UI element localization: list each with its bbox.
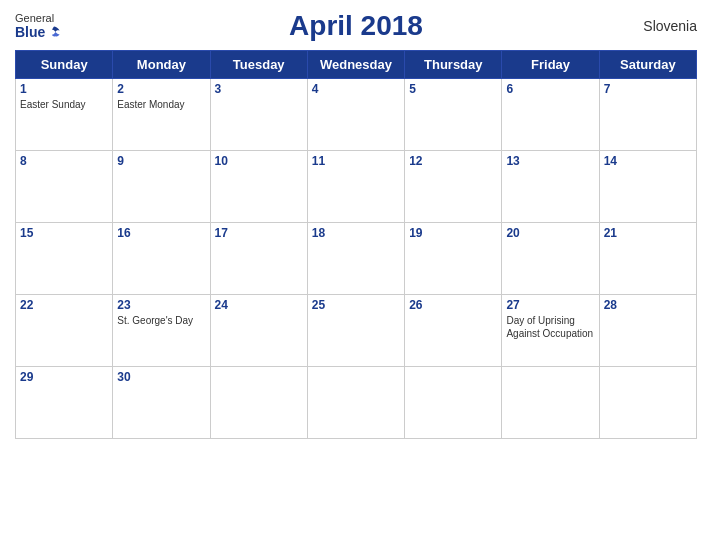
logo-bird-icon (47, 25, 61, 39)
day-number: 18 (312, 226, 400, 240)
day-number: 25 (312, 298, 400, 312)
col-thursday: Thursday (405, 51, 502, 79)
logo-general: General (15, 12, 54, 24)
holiday-label: Easter Monday (117, 98, 205, 111)
calendar-cell: 15 (16, 223, 113, 295)
col-tuesday: Tuesday (210, 51, 307, 79)
day-number: 2 (117, 82, 205, 96)
week-row-3: 15161718192021 (16, 223, 697, 295)
logo-blue: Blue (15, 24, 45, 40)
calendar-cell: 28 (599, 295, 696, 367)
calendar-cell: 13 (502, 151, 599, 223)
day-number: 16 (117, 226, 205, 240)
day-number: 10 (215, 154, 303, 168)
calendar-cell: 29 (16, 367, 113, 439)
calendar-cell: 17 (210, 223, 307, 295)
calendar-cell: 30 (113, 367, 210, 439)
day-number: 7 (604, 82, 692, 96)
week-row-5: 2930 (16, 367, 697, 439)
day-number: 9 (117, 154, 205, 168)
calendar-cell: 4 (307, 79, 404, 151)
day-number: 8 (20, 154, 108, 168)
calendar-cell: 21 (599, 223, 696, 295)
holiday-label: St. George's Day (117, 314, 205, 327)
calendar-page: General Blue April 2018 Slovenia Sunday … (0, 0, 712, 550)
col-monday: Monday (113, 51, 210, 79)
calendar-body: 1Easter Sunday2Easter Monday345678910111… (16, 79, 697, 439)
day-number: 17 (215, 226, 303, 240)
logo-blue-row: Blue (15, 24, 61, 40)
calendar-cell: 23St. George's Day (113, 295, 210, 367)
day-number: 21 (604, 226, 692, 240)
calendar-cell: 18 (307, 223, 404, 295)
day-number: 22 (20, 298, 108, 312)
country-label: Slovenia (643, 18, 697, 34)
calendar-cell: 19 (405, 223, 502, 295)
col-saturday: Saturday (599, 51, 696, 79)
calendar-cell: 2Easter Monday (113, 79, 210, 151)
calendar-cell: 1Easter Sunday (16, 79, 113, 151)
calendar-cell: 10 (210, 151, 307, 223)
day-number: 3 (215, 82, 303, 96)
day-number: 26 (409, 298, 497, 312)
day-number: 27 (506, 298, 594, 312)
calendar-cell: 25 (307, 295, 404, 367)
day-number: 11 (312, 154, 400, 168)
calendar-cell (405, 367, 502, 439)
logo: General Blue (15, 12, 61, 40)
week-row-2: 891011121314 (16, 151, 697, 223)
day-number: 29 (20, 370, 108, 384)
calendar-cell: 3 (210, 79, 307, 151)
calendar-cell: 6 (502, 79, 599, 151)
calendar-cell: 14 (599, 151, 696, 223)
calendar-cell: 27Day of Uprising Against Occupation (502, 295, 599, 367)
calendar-table: Sunday Monday Tuesday Wednesday Thursday… (15, 50, 697, 439)
calendar-cell (599, 367, 696, 439)
calendar-cell: 12 (405, 151, 502, 223)
week-row-4: 2223St. George's Day24252627Day of Upris… (16, 295, 697, 367)
col-friday: Friday (502, 51, 599, 79)
holiday-label: Day of Uprising Against Occupation (506, 314, 594, 340)
day-number: 24 (215, 298, 303, 312)
day-number: 23 (117, 298, 205, 312)
calendar-cell: 5 (405, 79, 502, 151)
calendar-cell: 24 (210, 295, 307, 367)
calendar-cell: 16 (113, 223, 210, 295)
day-number: 28 (604, 298, 692, 312)
calendar-cell: 7 (599, 79, 696, 151)
calendar-cell: 22 (16, 295, 113, 367)
day-number: 30 (117, 370, 205, 384)
calendar-cell: 9 (113, 151, 210, 223)
calendar-cell: 20 (502, 223, 599, 295)
day-number: 1 (20, 82, 108, 96)
week-row-1: 1Easter Sunday2Easter Monday34567 (16, 79, 697, 151)
day-number: 5 (409, 82, 497, 96)
day-number: 14 (604, 154, 692, 168)
calendar-title: April 2018 (289, 10, 423, 42)
calendar-cell: 11 (307, 151, 404, 223)
day-number: 19 (409, 226, 497, 240)
col-wednesday: Wednesday (307, 51, 404, 79)
day-number: 6 (506, 82, 594, 96)
calendar-cell: 8 (16, 151, 113, 223)
day-number: 15 (20, 226, 108, 240)
day-number: 12 (409, 154, 497, 168)
holiday-label: Easter Sunday (20, 98, 108, 111)
day-number: 20 (506, 226, 594, 240)
calendar-header-row: Sunday Monday Tuesday Wednesday Thursday… (16, 51, 697, 79)
calendar-cell (210, 367, 307, 439)
calendar-cell (502, 367, 599, 439)
calendar-cell (307, 367, 404, 439)
day-number: 4 (312, 82, 400, 96)
calendar-header: General Blue April 2018 Slovenia (15, 10, 697, 42)
calendar-cell: 26 (405, 295, 502, 367)
col-sunday: Sunday (16, 51, 113, 79)
day-number: 13 (506, 154, 594, 168)
